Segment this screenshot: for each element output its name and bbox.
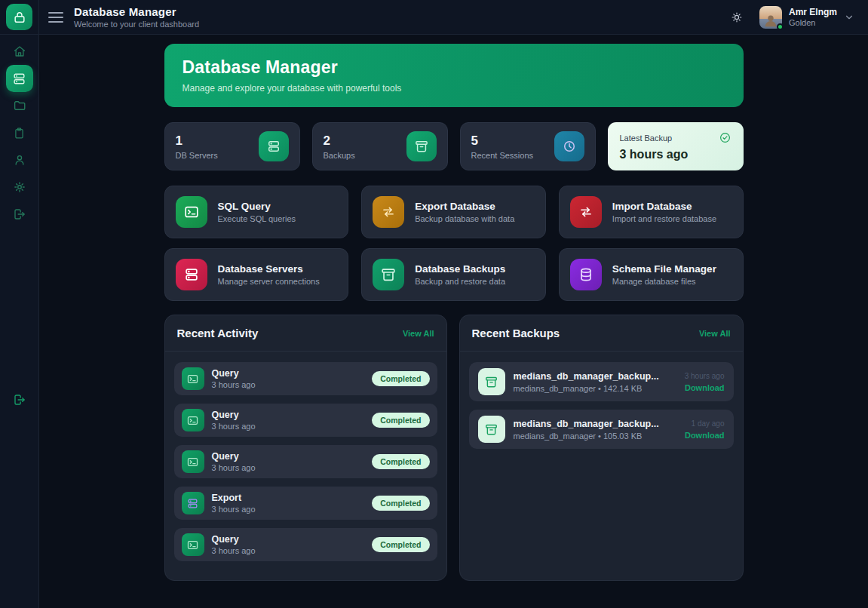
latest-backup-label: Latest Backup (620, 134, 673, 143)
action-subtitle: Import and restore database (612, 214, 716, 223)
page-subtitle: Welcome to your client dashboard (74, 20, 199, 29)
sidebar-item-settings[interactable] (6, 173, 33, 201)
server-stack-icon (12, 72, 26, 86)
stat-card-backups[interactable]: 2 Backups (312, 122, 448, 170)
sidebar-item-files[interactable] (6, 92, 33, 119)
activity-title: Export (212, 493, 256, 503)
activity-title: Query (212, 534, 256, 545)
user-name: Amr Elngm (789, 7, 837, 17)
theme-toggle-button[interactable] (726, 7, 747, 28)
stat-value: 5 (471, 134, 534, 149)
sidebar-logout-bottom[interactable] (6, 386, 33, 413)
download-link[interactable]: Download (685, 431, 725, 440)
archive-icon (406, 131, 437, 161)
backup-item[interactable]: medians_db_manager_backup... medians_db_… (469, 362, 734, 401)
action-subtitle: Execute SQL queries (218, 214, 296, 223)
activity-item[interactable]: Export 3 hours ago Completed (174, 487, 437, 520)
activity-title: Query (212, 451, 256, 462)
transfer-arrows-icon (570, 196, 602, 228)
user-icon (13, 153, 26, 167)
terminal-icon (182, 450, 204, 473)
hero-subtitle: Manage and explore your database with po… (182, 83, 725, 94)
action-card-database-servers[interactable]: Database Servers Manage server connectio… (164, 248, 349, 301)
action-title: SQL Query (218, 201, 296, 212)
activity-title: Query (212, 410, 256, 420)
download-link[interactable]: Download (685, 383, 725, 392)
archive-icon (373, 259, 404, 290)
server-icon (176, 259, 207, 290)
latest-backup-card[interactable]: Latest Backup 3 hours ago (608, 122, 744, 170)
gear-icon (13, 180, 26, 194)
stat-value: 1 (176, 134, 218, 149)
activity-item[interactable]: Query 3 hours ago Completed (174, 362, 437, 395)
backup-time: 1 day ago (685, 419, 725, 428)
user-menu[interactable]: Amr Elngm Golden (759, 6, 854, 29)
backup-filename: medians_db_manager_backup... (514, 371, 659, 382)
action-title: Database Servers (218, 263, 320, 275)
chevron-down-icon (844, 12, 854, 23)
stat-card-recent-sessions[interactable]: 5 Recent Sessions (460, 122, 596, 170)
check-circle-icon (719, 131, 732, 144)
sidebar-item-profile[interactable] (6, 146, 33, 173)
terminal-icon (182, 533, 204, 556)
backup-item[interactable]: medians_db_manager_backup... medians_db_… (469, 410, 734, 449)
top-header: Database Manager Welcome to your client … (0, 0, 868, 35)
action-card-import-database[interactable]: Import Database Import and restore datab… (559, 186, 744, 238)
page-title: Database Manager (74, 5, 199, 18)
terminal-icon (182, 409, 204, 431)
hero-banner: Database Manager Manage and explore your… (164, 44, 744, 107)
action-card-schema-file-manager[interactable]: Schema File Manager Manage database file… (559, 248, 744, 301)
latest-backup-value: 3 hours ago (620, 148, 732, 161)
activity-item[interactable]: Query 3 hours ago Completed (174, 528, 437, 561)
terminal-icon (182, 367, 204, 390)
action-subtitle: Manage server connections (218, 277, 320, 286)
lock-icon (12, 10, 27, 25)
stat-label: Recent Sessions (471, 151, 534, 160)
quick-actions-grid: SQL Query Execute SQL queries Export Dat… (164, 186, 744, 301)
user-role: Golden (789, 18, 837, 27)
action-title: Schema File Manager (612, 263, 716, 275)
status-badge: Completed (372, 371, 429, 386)
sidebar-item-database-manager[interactable] (6, 65, 33, 92)
online-status-dot (777, 23, 784, 30)
action-card-export-database[interactable]: Export Database Backup database with dat… (361, 186, 546, 238)
hero-title: Database Manager (182, 57, 725, 78)
main-content: Database Manager Manage and explore your… (39, 35, 868, 608)
transfer-arrows-icon (373, 196, 404, 228)
panel-title: Recent Activity (177, 327, 259, 339)
stat-value: 2 (324, 134, 355, 149)
sidebar-item-tasks[interactable] (6, 119, 33, 146)
activity-item[interactable]: Query 3 hours ago Completed (174, 445, 437, 478)
app-logo[interactable] (6, 4, 32, 30)
logout-icon (13, 207, 26, 221)
sidebar-nav (0, 35, 39, 608)
action-card-database-backups[interactable]: Database Backups Backup and restore data (361, 248, 546, 301)
database-icon (570, 259, 602, 290)
status-badge: Completed (372, 496, 429, 511)
activity-time: 3 hours ago (212, 505, 256, 514)
bottom-panels: Recent Activity View All Query 3 hours a… (164, 315, 744, 581)
backup-meta: medians_db_manager • 142.14 KB (514, 384, 659, 393)
action-subtitle: Backup and restore data (415, 277, 505, 286)
stat-label: DB Servers (176, 151, 218, 160)
action-title: Export Database (415, 201, 514, 212)
folder-icon (13, 99, 26, 112)
stat-card-db-servers[interactable]: 1 DB Servers (164, 122, 300, 170)
sidebar-item-logout[interactable] (6, 201, 33, 228)
action-card-sql-query[interactable]: SQL Query Execute SQL queries (164, 186, 349, 238)
header-title-block: Database Manager Welcome to your client … (74, 5, 199, 29)
home-icon (13, 45, 26, 58)
panel-title: Recent Backups (472, 327, 560, 339)
action-title: Import Database (612, 201, 716, 212)
status-badge: Completed (372, 413, 429, 428)
view-all-backups-link[interactable]: View All (699, 329, 731, 338)
logout-icon (13, 393, 26, 407)
view-all-activity-link[interactable]: View All (403, 329, 434, 338)
stat-label: Backups (324, 151, 355, 160)
backup-time: 3 hours ago (685, 372, 725, 380)
activity-time: 3 hours ago (212, 546, 256, 555)
archive-icon (478, 416, 505, 443)
activity-item[interactable]: Query 3 hours ago Completed (174, 404, 437, 437)
sidebar-item-home[interactable] (6, 38, 33, 65)
menu-toggle-icon[interactable] (48, 12, 63, 23)
